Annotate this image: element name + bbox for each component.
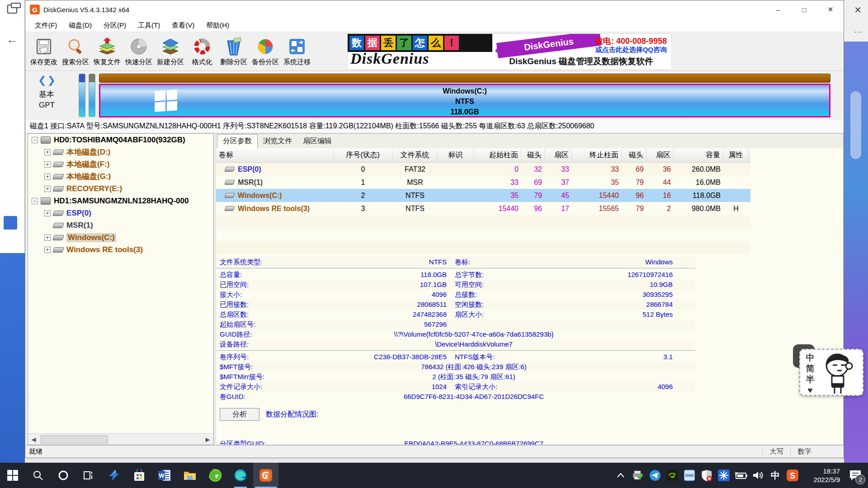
search-partition-button[interactable]: 搜索分区 (60, 33, 91, 70)
ime-indicator[interactable]: 中 (767, 463, 784, 488)
ad-banner[interactable]: 数据丢了怎么！ DiskGenius DiskGenius 致电: 400-00… (347, 33, 672, 70)
scrollbar-thumb[interactable] (850, 91, 861, 159)
backup-partition-button[interactable]: 备份分区 (250, 33, 281, 70)
banner-qq-link[interactable]: 或点击此处选择QQ咨询 (595, 46, 667, 54)
diskgenius-taskbar-button[interactable] (253, 463, 278, 488)
expand-icon[interactable]: + (44, 247, 51, 253)
browser-360-button[interactable]: e (203, 463, 228, 488)
tree-item[interactable]: MSR(1) (28, 219, 213, 231)
desktop-tile-icon[interactable] (4, 216, 17, 230)
column-header[interactable]: 扇区 (646, 148, 674, 162)
edge-button[interactable] (228, 463, 253, 488)
column-header[interactable]: 磁头 (622, 148, 646, 162)
tree-item[interactable]: +RECOVERY(E:) (28, 183, 213, 195)
expand-icon[interactable]: + (44, 210, 51, 216)
menu-tools[interactable]: 工具(T) (132, 19, 166, 32)
scroll-left-icon[interactable]: ◀ (28, 434, 39, 445)
start-button[interactable] (0, 463, 25, 488)
tab-partition-parameters[interactable]: 分区参数 (217, 134, 258, 148)
microsoft-store-button[interactable] (127, 463, 152, 488)
window-stack-icon[interactable] (7, 5, 17, 14)
menu-help[interactable]: 帮助(H) (200, 19, 235, 32)
cortana-button[interactable] (51, 463, 76, 488)
background-close-icon[interactable]: ✕ (854, 5, 862, 15)
minimize-button[interactable]: – (765, 0, 791, 19)
telegram-icon[interactable] (646, 463, 664, 488)
word-button[interactable]: W (152, 463, 177, 488)
windows-partition-bar[interactable]: Windows(C:) NTFS 118.0GB (99, 84, 830, 117)
format-button[interactable]: 格式化 (186, 33, 218, 70)
expand-icon[interactable]: + (44, 161, 51, 168)
expand-icon[interactable]: + (44, 235, 51, 241)
delete-partition-button[interactable]: 删除分区 (218, 33, 250, 70)
defender-shield-icon[interactable] (698, 463, 715, 488)
expand-icon[interactable]: + (44, 174, 51, 180)
column-header[interactable]: 序号(状态) (334, 148, 392, 162)
expand-icon[interactable]: + (44, 186, 51, 192)
scrollbar-track[interactable] (39, 434, 202, 445)
analyze-button[interactable]: 分析 (220, 408, 259, 421)
partition-row[interactable]: MSR(1)1MSR33693735794416.0MB (216, 176, 750, 189)
more-dots-icon[interactable]: ⋯ (854, 27, 863, 37)
collapse-icon[interactable]: − (32, 137, 38, 143)
scroll-right-icon[interactable]: ▶ (202, 434, 213, 445)
ime-sticker-widget[interactable]: 中简半♥ (799, 347, 863, 396)
close-button[interactable]: ✕ (817, 0, 844, 19)
tree-item[interactable]: +Windows RE tools(3) (28, 244, 213, 256)
title-bar[interactable]: G DiskGenius V5.4.3.1342 x64 – □ ✕ (25, 0, 844, 19)
volume-icon[interactable] (750, 463, 767, 488)
tab-sector-editor[interactable]: 扇区编辑 (297, 135, 337, 148)
collapse-icon[interactable]: − (32, 198, 38, 204)
tree-item[interactable]: −HD0:TOSHIBAMQ04ABF100(932GB) (28, 134, 213, 146)
menu-disk[interactable]: 磁盘(D) (63, 19, 98, 32)
task-view-button[interactable] (76, 463, 101, 488)
partition-row[interactable]: Windows(C:)2NTFS357945154409616118.0GB (216, 189, 750, 202)
menu-partition[interactable]: 分区(P) (98, 19, 132, 32)
maximize-button[interactable]: □ (791, 0, 817, 19)
tree-item[interactable]: +本地磁盘(D:) (28, 146, 213, 158)
tree-item[interactable]: +本地磁盘(F:) (28, 158, 213, 170)
scrollbar-thumb[interactable] (40, 435, 108, 444)
partition-row[interactable]: Windows RE tools(3)3NTFS1544096171556579… (216, 202, 750, 215)
msr-partition-bar[interactable] (89, 74, 95, 117)
column-header[interactable]: 标识 (438, 148, 474, 162)
column-header[interactable]: 容量 (674, 148, 723, 162)
action-center-button[interactable]: 2 (843, 463, 868, 488)
new-partition-button[interactable]: 新建分区 (155, 33, 186, 70)
battery-icon[interactable] (732, 463, 750, 488)
quick-partition-button[interactable]: 快速分区 (123, 33, 155, 70)
intel-icon[interactable]: intel (681, 463, 698, 488)
snowflake-icon[interactable] (715, 463, 732, 488)
thunder-app-button[interactable] (101, 463, 127, 488)
sogou-icon[interactable]: S (784, 463, 801, 488)
back-arrow-icon[interactable]: ← (6, 33, 18, 47)
file-explorer-button[interactable] (177, 463, 203, 488)
tree-item[interactable]: +ESP(0) (28, 207, 213, 219)
column-header[interactable]: 扇区 (545, 148, 572, 162)
printer-icon[interactable] (629, 463, 646, 488)
save-changes-button[interactable]: 保存更改 (28, 33, 60, 70)
tree-item[interactable]: +本地磁盘(G:) (28, 170, 213, 183)
disk-nav-arrows-icon[interactable]: ❮❯ (38, 75, 57, 86)
system-migration-button[interactable]: 系统迁移 (281, 33, 313, 70)
tree-horizontal-scrollbar[interactable]: ◀ ▶ (28, 433, 213, 445)
column-header[interactable]: 文件系统 (392, 148, 438, 162)
partition-row[interactable]: ESP(0)0FAT3203233336936260.0MB (216, 163, 750, 176)
expand-icon[interactable]: + (44, 149, 51, 155)
taskbar-search-button[interactable] (25, 463, 51, 488)
column-header[interactable]: 磁头 (521, 148, 545, 162)
tab-browse-files[interactable]: 浏览文件 (258, 135, 297, 148)
tree-item[interactable]: +Windows(C:) (28, 231, 213, 244)
menu-view[interactable]: 查看(V) (166, 19, 200, 32)
nvidia-icon[interactable] (664, 463, 681, 488)
column-header[interactable]: 终止柱面 (572, 148, 622, 162)
menu-file[interactable]: 文件(F) (29, 19, 63, 32)
tree-item[interactable]: −HD1:SAMSUNGMZNLN128HAHQ-000 (28, 195, 213, 207)
esp-partition-bar[interactable] (79, 74, 85, 117)
tray-chevron-icon[interactable] (612, 463, 629, 488)
column-header[interactable]: 属性 (723, 148, 749, 162)
column-header[interactable]: 起始柱面 (474, 148, 521, 162)
column-header[interactable]: 卷标 (216, 148, 334, 162)
taskbar-clock[interactable]: 18:37 2022/5/9 (801, 463, 843, 488)
recover-files-button[interactable]: 恢复文件 (91, 33, 123, 70)
